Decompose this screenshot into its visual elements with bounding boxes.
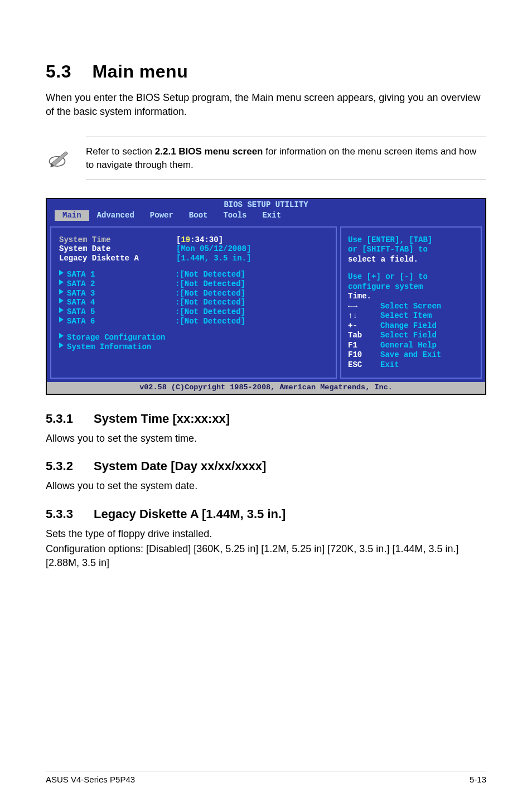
field-system-time[interactable]: System Time [19:34:30]: [59, 235, 328, 245]
note-prefix: Refer to section: [86, 146, 155, 157]
note-box: Refer to section 2.2.1 BIOS menu screen …: [46, 132, 486, 185]
page-heading: 5.3 Main menu: [46, 61, 486, 82]
section-body: Allows you to set the system time.: [46, 432, 486, 446]
chevron-right-icon: [59, 270, 64, 276]
bios-help-panel: Use [ENTER], [TAB] or [SHIFT-TAB] to sel…: [340, 226, 482, 379]
bios-left-panel: System Time [19:34:30] System Date [Mon …: [50, 226, 337, 379]
diskette-value: [1.44M, 3.5 in.]: [176, 254, 251, 263]
bios-tab-bar: Main Advanced Power Boot Tools Exit: [47, 210, 485, 223]
chevron-right-icon: [59, 279, 64, 285]
sata-row[interactable]: SATA 4:[Not Detected]: [59, 298, 328, 307]
help-line: or [SHIFT-TAB] to: [348, 245, 474, 255]
sata-row[interactable]: SATA 2:[Not Detected]: [59, 279, 328, 289]
bios-tab-main[interactable]: Main: [55, 210, 89, 221]
help-line: Use [ENTER], [TAB]: [348, 235, 474, 245]
help-line: select a field.: [348, 255, 474, 265]
bios-title: BIOS SETUP UTILITY: [47, 199, 485, 210]
bios-key-help: ←→Select Screen ↑↓Select Item +-Change F…: [348, 302, 474, 370]
footer-left: ASUS V4-Series P5P43: [46, 775, 135, 784]
system-date-label: System Date: [59, 244, 176, 254]
sata-row[interactable]: SATA 1:[Not Detected]: [59, 270, 328, 279]
page-footer: ASUS V4-Series P5P43 5-13: [46, 771, 486, 784]
note-bold: 2.2.1 BIOS menu screen: [155, 146, 263, 157]
help-line: Time.: [348, 292, 474, 302]
menu-storage-configuration[interactable]: Storage Configuration: [59, 333, 328, 342]
system-time-label: System Time: [59, 235, 176, 245]
section-body: Allows you to set the system date.: [46, 479, 486, 493]
sata-row[interactable]: SATA 3:[Not Detected]: [59, 289, 328, 298]
section-heading: 5.3.3Legacy Diskette A [1.44M, 3.5 in.]: [46, 507, 486, 521]
bios-tab-exit[interactable]: Exit: [254, 210, 289, 221]
bios-tab-power[interactable]: Power: [142, 210, 181, 221]
section-body: Configuration options: [Disabled] [360K,…: [46, 542, 486, 570]
chevron-right-icon: [59, 289, 64, 294]
field-legacy-diskette[interactable]: Legacy Diskette A [1.44M, 3.5 in.]: [59, 254, 328, 263]
note-text: Refer to section 2.2.1 BIOS menu screen …: [86, 137, 486, 180]
diskette-label: Legacy Diskette A: [59, 254, 176, 263]
help-line: configure system: [348, 282, 474, 292]
system-time-rest: :34:30]: [190, 235, 223, 245]
section-body: Sets the type of floppy drive installed.: [46, 527, 486, 541]
chevron-right-icon: [59, 333, 64, 339]
bios-tab-boot[interactable]: Boot: [181, 210, 216, 221]
system-date-value: [Mon 05/12/2008]: [176, 244, 251, 254]
field-system-date[interactable]: System Date [Mon 05/12/2008]: [59, 244, 328, 254]
chevron-right-icon: [59, 317, 64, 322]
sata-row[interactable]: SATA 6:[Not Detected]: [59, 317, 328, 326]
lead-paragraph: When you enter the BIOS Setup program, t…: [46, 91, 486, 119]
heading-number: 5.3: [46, 61, 71, 81]
note-icon: [46, 145, 72, 172]
chevron-right-icon: [59, 342, 64, 348]
chevron-right-icon: [59, 298, 64, 303]
bios-tab-advanced[interactable]: Advanced: [89, 210, 142, 221]
sata-row[interactable]: SATA 5:[Not Detected]: [59, 307, 328, 317]
system-time-hour: 19: [181, 235, 190, 245]
help-line: Use [+] or [-] to: [348, 272, 474, 282]
heading-title: Main menu: [93, 61, 188, 81]
footer-right: 5-13: [470, 775, 486, 784]
bios-screenshot: BIOS SETUP UTILITY Main Advanced Power B…: [46, 198, 486, 395]
menu-system-information[interactable]: System Information: [59, 342, 328, 352]
section-heading: 5.3.2System Date [Day xx/xx/xxxx]: [46, 459, 486, 474]
chevron-right-icon: [59, 307, 64, 313]
bios-copyright: v02.58 (C)Copyright 1985-2008, American …: [47, 382, 485, 394]
bios-tab-tools[interactable]: Tools: [215, 210, 254, 221]
section-heading: 5.3.1System Time [xx:xx:xx]: [46, 412, 486, 426]
